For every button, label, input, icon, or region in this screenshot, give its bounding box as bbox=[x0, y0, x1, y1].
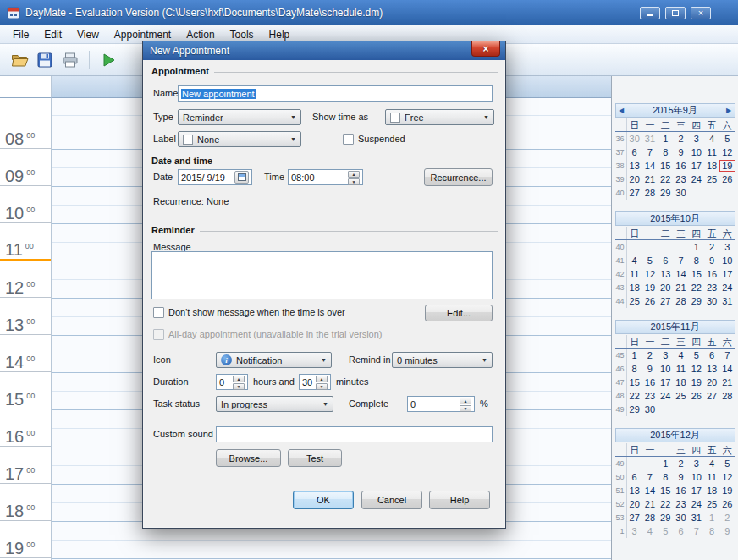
spin-up-icon[interactable]: ▲ bbox=[233, 376, 245, 382]
day-cell[interactable]: 5 bbox=[689, 349, 704, 361]
day-cell[interactable]: 11 bbox=[627, 268, 642, 280]
day-cell[interactable]: 1 bbox=[704, 512, 719, 524]
day-cell[interactable]: 28 bbox=[673, 295, 688, 307]
day-cell[interactable]: 23 bbox=[673, 173, 688, 185]
day-cell[interactable]: 8 bbox=[704, 525, 719, 537]
day-cell[interactable]: 5 bbox=[642, 255, 658, 266]
day-cell[interactable]: 5 bbox=[658, 525, 673, 537]
day-cell[interactable]: 30 bbox=[642, 404, 658, 415]
day-cell[interactable]: 10 bbox=[689, 146, 704, 158]
message-input[interactable] bbox=[151, 251, 493, 299]
day-cell[interactable]: 1 bbox=[689, 241, 704, 253]
day-cell[interactable]: 7 bbox=[642, 146, 658, 158]
day-cell[interactable]: 7 bbox=[673, 255, 688, 266]
day-cell[interactable]: 27 bbox=[658, 295, 673, 307]
day-cell[interactable]: 1 bbox=[627, 349, 642, 361]
day-cell[interactable]: 30 bbox=[673, 187, 688, 199]
day-cell[interactable]: 16 bbox=[704, 268, 719, 280]
day-cell[interactable]: 23 bbox=[642, 390, 658, 402]
edit-button[interactable]: Edit... bbox=[425, 305, 493, 321]
day-cell[interactable]: 1 bbox=[658, 133, 673, 145]
day-cell[interactable]: 20 bbox=[704, 376, 719, 388]
day-cell[interactable]: 6 bbox=[627, 471, 642, 483]
day-cell[interactable]: 15 bbox=[689, 268, 704, 280]
day-cell[interactable]: 24 bbox=[719, 282, 735, 294]
day-cell[interactable]: 11 bbox=[704, 146, 719, 158]
spin-down-icon[interactable]: ▼ bbox=[348, 178, 360, 185]
day-cell[interactable]: 4 bbox=[704, 458, 719, 469]
day-cell[interactable]: 12 bbox=[719, 146, 735, 158]
day-cell[interactable]: 14 bbox=[719, 363, 735, 375]
remind-in-combo[interactable]: 0 minutes ▼ bbox=[392, 352, 493, 368]
cancel-button[interactable]: Cancel bbox=[361, 491, 422, 509]
day-cell[interactable]: 3 bbox=[689, 458, 704, 469]
day-cell[interactable]: 13 bbox=[627, 160, 642, 172]
day-cell[interactable]: 21 bbox=[642, 498, 658, 510]
show-time-as-combo[interactable]: Free ▼ bbox=[385, 109, 494, 125]
day-cell[interactable]: 6 bbox=[673, 525, 688, 537]
day-cell[interactable]: 22 bbox=[627, 390, 642, 402]
recurrence-button[interactable]: Recurrence... bbox=[424, 168, 493, 186]
dialog-close-button[interactable]: × bbox=[471, 41, 500, 57]
day-cell[interactable]: 22 bbox=[658, 498, 673, 510]
date-picker-button[interactable] bbox=[234, 171, 249, 184]
open-file-button[interactable] bbox=[7, 48, 32, 72]
day-cell[interactable]: 10 bbox=[658, 363, 673, 375]
day-cell[interactable]: 26 bbox=[719, 498, 735, 510]
day-cell[interactable]: 29 bbox=[627, 404, 642, 415]
day-cell[interactable]: 4 bbox=[642, 525, 658, 537]
day-cell[interactable]: 6 bbox=[658, 255, 673, 266]
day-cell[interactable]: 1 bbox=[658, 458, 673, 469]
day-cell[interactable]: 9 bbox=[673, 146, 688, 158]
print-button[interactable] bbox=[58, 48, 83, 72]
day-cell[interactable]: 3 bbox=[719, 241, 735, 253]
maximize-button[interactable] bbox=[665, 7, 686, 19]
day-cell[interactable]: 7 bbox=[719, 349, 735, 361]
duration-minutes-spinner[interactable]: 30 ▲ ▼ bbox=[299, 374, 331, 390]
day-cell[interactable]: 31 bbox=[642, 133, 658, 145]
day-cell[interactable]: 10 bbox=[689, 471, 704, 483]
day-cell[interactable]: 22 bbox=[689, 282, 704, 294]
day-cell[interactable]: 11 bbox=[704, 471, 719, 483]
next-month-arrow[interactable]: ▶ bbox=[724, 107, 735, 114]
label-combo[interactable]: None ▼ bbox=[178, 131, 301, 147]
day-cell[interactable]: 17 bbox=[719, 268, 735, 280]
day-cell[interactable]: 18 bbox=[627, 282, 642, 294]
day-cell[interactable]: 28 bbox=[642, 512, 658, 524]
day-cell[interactable]: 18 bbox=[704, 160, 719, 172]
minimize-button[interactable] bbox=[640, 7, 660, 19]
day-cell[interactable]: 18 bbox=[704, 485, 719, 497]
date-input[interactable]: 2015/ 9/19 bbox=[178, 169, 252, 185]
suspended-checkbox[interactable] bbox=[343, 134, 354, 145]
save-button[interactable] bbox=[32, 48, 58, 72]
day-cell[interactable]: 11 bbox=[673, 363, 688, 375]
day-cell[interactable]: 2 bbox=[673, 133, 688, 145]
day-cell[interactable]: 16 bbox=[642, 376, 658, 388]
day-cell[interactable]: 9 bbox=[673, 471, 688, 483]
day-cell[interactable]: 21 bbox=[673, 282, 688, 294]
day-cell[interactable]: 17 bbox=[689, 485, 704, 497]
menu-item-file[interactable]: File bbox=[5, 25, 36, 43]
day-cell[interactable]: 4 bbox=[627, 255, 642, 266]
day-cell[interactable]: 31 bbox=[689, 512, 704, 524]
day-cell[interactable]: 29 bbox=[658, 512, 673, 524]
day-cell[interactable]: 3 bbox=[627, 525, 642, 537]
day-cell[interactable]: 29 bbox=[658, 187, 673, 199]
day-cell[interactable]: 17 bbox=[689, 160, 704, 172]
day-cell[interactable]: 17 bbox=[658, 376, 673, 388]
day-cell[interactable]: 20 bbox=[627, 173, 642, 185]
day-cell[interactable]: 29 bbox=[689, 295, 704, 307]
day-cell[interactable]: 22 bbox=[658, 173, 673, 185]
spin-up-icon[interactable]: ▲ bbox=[316, 376, 328, 382]
day-cell[interactable]: 28 bbox=[719, 390, 735, 402]
day-cell[interactable]: 25 bbox=[704, 498, 719, 510]
day-cell[interactable]: 8 bbox=[689, 255, 704, 266]
complete-spinner[interactable]: 0 ▲ ▼ bbox=[407, 396, 475, 412]
day-cell[interactable]: 12 bbox=[689, 363, 704, 375]
day-cell[interactable]: 15 bbox=[658, 160, 673, 172]
day-cell[interactable]: 2 bbox=[719, 512, 735, 524]
name-input[interactable]: New appointment bbox=[178, 85, 493, 102]
today-cell[interactable]: 19 bbox=[719, 160, 735, 172]
day-cell[interactable]: 13 bbox=[627, 485, 642, 497]
duration-hours-spinner[interactable]: 0 ▲ ▼ bbox=[216, 374, 248, 390]
